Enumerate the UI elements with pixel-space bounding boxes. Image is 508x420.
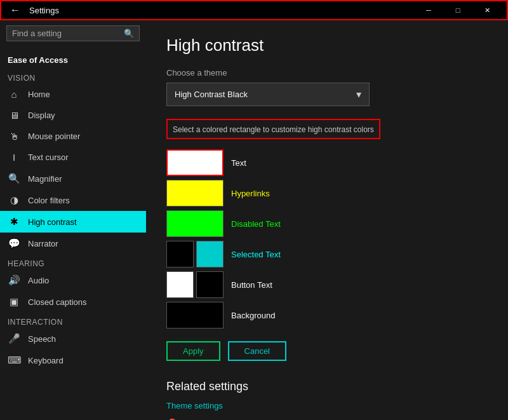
main-content: High contrast Choose a theme High Contra…: [146, 20, 508, 420]
color-row-disabled-text-label: Disabled Text: [231, 219, 281, 229]
color-filters-icon: ◑: [8, 194, 20, 206]
titlebar: ← Settings ─ □ ✕: [0, 0, 508, 20]
color-row-button-text: Button Text: [166, 271, 488, 298]
speech-icon: 🎤: [8, 333, 20, 344]
sidebar-item-color-filters-label: Color filters: [28, 196, 70, 205]
chevron-down-icon: ▾: [356, 88, 361, 100]
sidebar-item-audio[interactable]: 🔊 Audio: [0, 269, 146, 291]
sidebar-item-magnifier-label: Magnifier: [28, 174, 62, 184]
display-icon: 🖥: [8, 110, 20, 121]
color-row-hyperlinks-label: Hyperlinks: [231, 189, 270, 198]
home-icon: ⌂: [8, 89, 20, 100]
color-row-text: Text: [166, 149, 488, 176]
text-cursor-icon: I: [8, 152, 20, 163]
sidebar-category-hearing: Hearing: [0, 254, 146, 269]
search-box[interactable]: 🔍: [6, 25, 140, 41]
minimize-button[interactable]: ─: [414, 0, 443, 20]
color-row-background-label: Background: [231, 311, 275, 320]
sidebar-item-narrator-label: Narrator: [28, 239, 58, 248]
sidebar-item-speech[interactable]: 🎤 Speech: [0, 328, 146, 349]
close-button[interactable]: ✕: [472, 0, 502, 20]
color-row-hyperlinks: Hyperlinks: [166, 180, 488, 207]
sidebar-item-home-label: Home: [28, 90, 50, 99]
audio-icon: 🔊: [8, 274, 20, 286]
closed-captions-icon: ▣: [8, 296, 20, 308]
color-row-selected-text: Selected Text: [166, 241, 488, 268]
sidebar-item-speech-label: Speech: [28, 334, 56, 344]
titlebar-left: ← Settings: [6, 2, 59, 18]
color-swatch-hyperlinks[interactable]: [166, 180, 224, 207]
sidebar-item-narrator[interactable]: 💬 Narrator: [0, 233, 146, 254]
magnifier-icon: 🔍: [8, 173, 20, 184]
color-swatch-disabled-text[interactable]: [166, 210, 224, 237]
app-body: 🔍 Ease of Access Vision ⌂ Home 🖥 Display…: [0, 20, 508, 420]
restore-button[interactable]: □: [443, 0, 472, 20]
color-row-button-text-label: Button Text: [231, 280, 272, 290]
narrator-icon: 💬: [8, 238, 20, 249]
keyboard-icon: ⌨: [8, 355, 20, 366]
cancel-button[interactable]: Cancel: [228, 341, 286, 361]
apply-button[interactable]: Apply: [166, 341, 220, 361]
search-icon: 🔍: [124, 29, 134, 38]
sidebar-item-display[interactable]: 🖥 Display: [0, 105, 146, 126]
sidebar-item-text-cursor-label: Text cursor: [28, 152, 69, 162]
color-swatch-button-text-pair: [166, 271, 224, 298]
color-swatch-button-text-bg[interactable]: [196, 271, 224, 298]
mouse-pointer-icon: 🖱: [8, 131, 20, 142]
color-swatch-background[interactable]: [166, 302, 224, 329]
sidebar-item-mouse-pointer[interactable]: 🖱 Mouse pointer: [0, 126, 146, 147]
color-swatch-selected-text-bg[interactable]: [166, 241, 194, 268]
sidebar-category-interaction: Interaction: [0, 313, 146, 328]
titlebar-title: Settings: [29, 6, 59, 15]
sidebar-item-color-filters[interactable]: ◑ Color filters: [0, 189, 146, 211]
sidebar-item-high-contrast-label: High contrast: [28, 217, 77, 227]
sidebar-item-keyboard[interactable]: ⌨ Keyboard: [0, 349, 146, 371]
color-rows: Text Hyperlinks Disabled Text Selected T…: [166, 149, 488, 329]
color-row-text-label: Text: [231, 158, 246, 168]
color-swatch-selected-text-fg[interactable]: [196, 241, 224, 268]
high-contrast-icon: ✱: [8, 216, 20, 227]
sidebar-section-label: Ease of Access: [0, 49, 146, 69]
sidebar-item-closed-captions[interactable]: ▣ Closed captions: [0, 291, 146, 313]
theme-dropdown-wrap: High Contrast Black ▾: [166, 83, 488, 106]
sidebar-item-home[interactable]: ⌂ Home: [0, 84, 146, 105]
color-row-disabled-text: Disabled Text: [166, 210, 488, 237]
color-swatch-text[interactable]: [166, 149, 224, 176]
color-swatch-selected-text-pair: [166, 241, 224, 268]
theme-dropdown[interactable]: High Contrast Black ▾: [166, 83, 370, 106]
sidebar-item-text-cursor[interactable]: I Text cursor: [0, 147, 146, 168]
sidebar-item-high-contrast[interactable]: ✱ High contrast: [0, 211, 146, 233]
titlebar-controls: ─ □ ✕: [414, 0, 502, 20]
color-swatch-button-text-fg[interactable]: [166, 271, 194, 298]
page-title: High contrast: [166, 36, 488, 55]
sidebar-item-mouse-pointer-label: Mouse pointer: [28, 132, 80, 141]
sidebar: 🔍 Ease of Access Vision ⌂ Home 🖥 Display…: [0, 20, 146, 420]
color-row-background: Background: [166, 302, 488, 329]
theme-dropdown-value: High Contrast Black: [175, 90, 248, 99]
btn-row: Apply Cancel: [166, 341, 488, 361]
sidebar-category-vision: Vision: [0, 69, 146, 84]
sidebar-item-keyboard-label: Keyboard: [28, 356, 64, 365]
sidebar-item-audio-label: Audio: [28, 276, 49, 285]
sidebar-item-magnifier[interactable]: 🔍 Magnifier: [0, 168, 146, 189]
sidebar-item-closed-captions-label: Closed captions: [28, 297, 87, 307]
select-rect-label: Select a colored rectangle to customize …: [173, 125, 374, 134]
select-rect-box: Select a colored rectangle to customize …: [166, 119, 380, 139]
related-settings-title: Related settings: [166, 380, 488, 393]
search-input[interactable]: [12, 29, 124, 38]
back-button[interactable]: ←: [6, 2, 24, 18]
theme-settings-link[interactable]: Theme settings: [166, 401, 488, 410]
choose-theme-label: Choose a theme: [166, 68, 488, 78]
color-row-selected-text-label: Selected Text: [231, 250, 281, 259]
sidebar-item-display-label: Display: [28, 111, 55, 120]
